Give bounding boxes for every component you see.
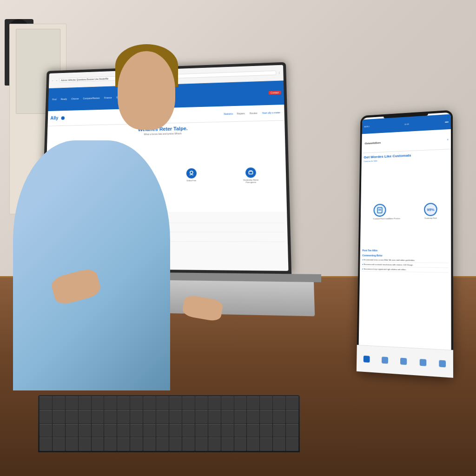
key-4[interactable] [79,397,91,410]
key-18[interactable] [260,397,272,410]
phone-stat-label-2: Custimsp Scot [424,217,437,219]
key-27[interactable] [117,410,130,423]
key-3[interactable] [66,397,78,410]
key-56[interactable] [234,424,247,437]
key-49[interactable] [143,424,156,437]
phone-list-item-3: ● Secomecont reyn signatured righ relott… [362,267,449,273]
key-59[interactable] [273,424,285,437]
key-46[interactable] [104,424,117,437]
key-21[interactable] [40,410,52,423]
key-5[interactable] [92,397,104,410]
key-1[interactable] [40,397,52,410]
key-26[interactable] [104,410,117,423]
key-36[interactable] [234,410,247,423]
key-42[interactable] [53,424,65,437]
key-53[interactable] [195,424,208,437]
phone-hero-section: Get Wordes Like Customats Customs for fo… [361,149,451,202]
key-33[interactable] [195,410,208,423]
key-32[interactable] [182,410,195,423]
nav-start[interactable]: Start ally-o-meter [262,111,280,114]
key-80[interactable] [286,437,298,450]
key-40[interactable] [286,410,298,423]
key-69[interactable] [143,437,156,450]
key-62[interactable] [53,437,65,450]
key-24[interactable] [79,410,91,423]
key-23[interactable] [66,410,78,423]
key-44[interactable] [79,424,91,437]
key-28[interactable] [130,410,143,423]
phone-list-section: Commenting Birlor ● Enumerated tems come… [359,252,451,346]
key-25[interactable] [92,410,104,423]
key-15[interactable] [221,397,234,410]
key-71[interactable] [169,437,182,450]
key-60[interactable] [286,424,298,437]
key-19[interactable] [273,397,285,410]
phone-nav-document-icon[interactable] [400,357,407,364]
laptop-keyboard[interactable] [38,395,300,452]
key-74[interactable] [208,437,221,450]
key-47[interactable] [117,424,130,437]
key-17[interactable] [247,397,259,410]
key-34[interactable] [208,410,221,423]
phone-time: 12:45 [404,123,409,125]
phone-stat-label-1: Custond Floct Installation Positon. [373,217,401,220]
key-2[interactable] [53,397,65,410]
key-48[interactable] [130,424,143,437]
key-75[interactable] [221,437,234,450]
phone-section-title: Post Tee Allim [360,247,451,252]
phone-nav-search-icon[interactable] [382,356,388,363]
key-37[interactable] [247,410,259,423]
key-54[interactable] [208,424,221,437]
key-45[interactable] [92,424,104,437]
smartphone: ACELL 12:45 ■■■ < DutumAldSorn ≡ Get Wor… [357,110,453,377]
key-20[interactable] [286,397,298,410]
key-57[interactable] [247,424,259,437]
browser-settings[interactable]: ⋮ [278,72,280,74]
nav-item-contact[interactable]: Contact [269,91,281,95]
key-72[interactable] [182,437,195,450]
key-76[interactable] [234,437,247,450]
key-22[interactable] [53,410,65,423]
key-79[interactable] [273,437,285,450]
key-7[interactable] [117,397,130,410]
phone-menu-button[interactable]: ≡ [447,138,449,140]
phone-nav-user-icon[interactable] [419,358,426,366]
key-67[interactable] [117,437,130,450]
key-16[interactable] [234,397,247,410]
key-31[interactable] [169,410,182,423]
key-13[interactable] [195,397,208,410]
key-38[interactable] [260,410,272,423]
key-50[interactable] [156,424,169,437]
key-61[interactable] [40,437,52,450]
key-6[interactable] [104,397,117,410]
key-77[interactable] [247,437,259,450]
key-58[interactable] [260,424,272,437]
key-35[interactable] [221,410,234,423]
key-10[interactable] [156,397,169,410]
phone-nav-settings-icon[interactable] [439,360,446,367]
key-9[interactable] [143,397,156,410]
key-30[interactable] [156,410,169,423]
key-14[interactable] [208,397,221,410]
phone-nav-home-icon[interactable] [364,355,370,362]
key-73[interactable] [195,437,208,450]
key-66[interactable] [104,437,117,450]
key-52[interactable] [182,424,195,437]
phone-battery: ■■■ [445,120,448,123]
key-11[interactable] [169,397,182,410]
key-64[interactable] [79,437,91,450]
key-41[interactable] [40,424,52,437]
key-78[interactable] [260,437,272,450]
key-8[interactable] [130,397,143,410]
key-63[interactable] [66,437,78,450]
phone-bottom-navigation [358,344,451,375]
key-70[interactable] [156,437,169,450]
key-43[interactable] [66,424,78,437]
key-12[interactable] [182,397,195,410]
key-39[interactable] [273,410,285,423]
key-65[interactable] [92,437,104,450]
key-68[interactable] [130,437,143,450]
key-29[interactable] [143,410,156,423]
key-51[interactable] [169,424,182,437]
key-55[interactable] [221,424,234,437]
